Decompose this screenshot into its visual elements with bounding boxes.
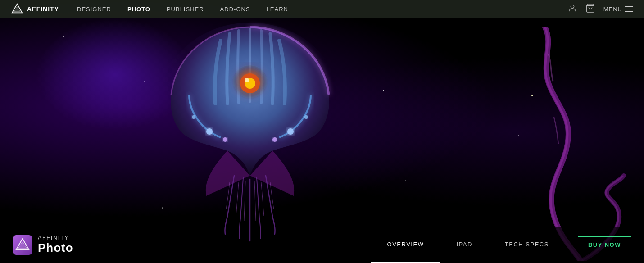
buy-section: BUY NOW (565, 227, 644, 263)
nav-addons[interactable]: ADD-ONS (220, 6, 250, 13)
tentacle-decoration (500, 27, 644, 261)
nav-designer[interactable]: DESIGNER (77, 6, 111, 13)
svg-point-10 (304, 115, 308, 119)
brand-affinity-label: AFFINITY (38, 235, 73, 241)
buy-now-button[interactable]: BUY NOW (578, 236, 631, 253)
tab-overview[interactable]: OVERVIEW (371, 227, 440, 263)
svg-point-9 (192, 115, 195, 119)
bottom-spacer (117, 227, 371, 263)
jellyfish-image (131, 14, 369, 248)
hamburger-icon (625, 6, 633, 12)
logo[interactable]: AFFINITY (11, 3, 59, 15)
svg-point-8 (287, 128, 294, 135)
bottom-tabs: OVERVIEW IPAD TECH SPECS (371, 227, 565, 263)
brand-text: AFFINITY Photo (38, 235, 73, 255)
hero-section (0, 0, 644, 263)
affinity-logo-icon (11, 3, 23, 15)
affinity-photo-icon (13, 235, 32, 255)
logo-text: AFFINITY (27, 5, 59, 13)
menu-label: MENU (603, 6, 622, 13)
svg-point-6 (223, 137, 227, 142)
main-nav: AFFINITY DESIGNER PHOTO PUBLISHER ADD-ON… (0, 0, 644, 18)
tab-tech-specs[interactable]: TECH SPECS (489, 227, 565, 263)
cart-icon[interactable] (585, 3, 595, 15)
brand-product-label: Photo (38, 241, 73, 255)
nav-publisher[interactable]: PUBLISHER (167, 6, 204, 13)
svg-point-5 (206, 128, 213, 135)
svg-point-2 (571, 5, 574, 8)
nav-links: DESIGNER PHOTO PUBLISHER ADD-ONS LEARN (77, 6, 567, 13)
tab-ipad[interactable]: IPAD (440, 227, 488, 263)
svg-point-14 (245, 78, 249, 82)
user-icon[interactable] (567, 3, 577, 15)
nav-right: MENU (567, 3, 633, 15)
nav-learn[interactable]: LEARN (267, 6, 288, 13)
bottom-bar: AFFINITY Photo OVERVIEW IPAD TECH SPECS … (0, 227, 644, 263)
svg-point-7 (272, 137, 277, 142)
menu-toggle[interactable]: MENU (603, 6, 633, 13)
nav-photo[interactable]: PHOTO (127, 6, 150, 13)
brand-section: AFFINITY Photo (0, 227, 117, 263)
